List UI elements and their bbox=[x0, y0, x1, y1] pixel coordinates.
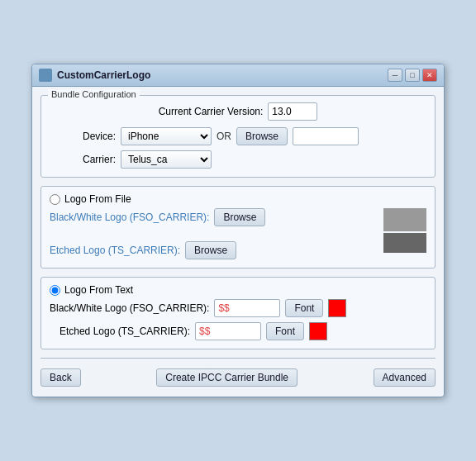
close-button[interactable]: ✕ bbox=[422, 69, 437, 82]
bw-logo-preview bbox=[383, 208, 426, 231]
title-bar-left: CustomCarrierLogo bbox=[39, 69, 150, 82]
logo-text-radio[interactable] bbox=[50, 285, 60, 296]
maximize-button[interactable]: □ bbox=[405, 69, 420, 82]
bw-logo-file-row: Black/White Logo (FSO_CARRIER): Browse bbox=[50, 208, 377, 226]
footer-divider bbox=[40, 358, 436, 359]
carrier-select[interactable]: Telus_ca Rogers Bell AT&T bbox=[121, 150, 212, 169]
bundle-section-label: Bundle Configuration bbox=[48, 89, 140, 99]
carrier-row: Carrier: Telus_ca Rogers Bell AT&T bbox=[50, 150, 426, 169]
carrier-label: Carrier: bbox=[50, 154, 116, 165]
window-body: Bundle Configuration Current Carrier Ver… bbox=[32, 87, 444, 397]
bw-logo-text-row: Black/White Logo (FSO_CARRIER): Font bbox=[50, 299, 426, 317]
logo-file-radio-label[interactable]: Logo From File bbox=[64, 193, 131, 205]
version-row: Current Carrier Version: bbox=[50, 102, 426, 121]
create-bundle-button[interactable]: Create IPCC Carrier Bundle bbox=[156, 368, 298, 387]
back-button[interactable]: Back bbox=[40, 368, 81, 387]
etched-logo-preview bbox=[383, 233, 426, 253]
bundle-browse-button[interactable]: Browse bbox=[236, 127, 288, 145]
bottom-bar: Back Create IPCC Carrier Bundle Advanced bbox=[40, 364, 436, 388]
bundle-path-input[interactable] bbox=[293, 127, 359, 145]
bw-logo-text-label: Black/White Logo (FSO_CARRIER): bbox=[50, 302, 209, 314]
bw-logo-file-label: Black/White Logo (FSO_CARRIER): bbox=[50, 211, 209, 223]
bundle-config-section: Bundle Configuration Current Carrier Ver… bbox=[40, 95, 436, 178]
title-controls: ─ □ ✕ bbox=[388, 69, 437, 82]
bw-logo-browse-button[interactable]: Browse bbox=[214, 208, 265, 226]
etched-logo-text-input[interactable] bbox=[195, 322, 261, 340]
device-row: Device: iPhone iPad iPod OR Browse bbox=[50, 127, 426, 145]
etched-logo-color-swatch[interactable] bbox=[309, 322, 327, 340]
etched-logo-text-label: Etched Logo (TS_CARRIER): bbox=[50, 326, 190, 337]
etched-logo-font-button[interactable]: Font bbox=[266, 322, 304, 340]
file-rows-col: Black/White Logo (FSO_CARRIER): Browse E… bbox=[50, 208, 377, 259]
window-title: CustomCarrierLogo bbox=[57, 69, 150, 81]
version-input[interactable] bbox=[268, 102, 317, 121]
etched-logo-browse-button[interactable]: Browse bbox=[185, 241, 236, 259]
logo-text-section: Logo From Text Black/White Logo (FSO_CAR… bbox=[40, 277, 436, 349]
app-icon bbox=[39, 69, 52, 82]
main-window: CustomCarrierLogo ─ □ ✕ Bundle Configura… bbox=[31, 64, 445, 397]
bw-logo-font-button[interactable]: Font bbox=[285, 299, 323, 317]
etched-logo-file-label: Etched Logo (TS_CARRIER): bbox=[50, 245, 180, 256]
logo-file-radio-row: Logo From File bbox=[50, 193, 426, 205]
logo-previews bbox=[383, 208, 426, 253]
advanced-button[interactable]: Advanced bbox=[374, 368, 436, 387]
file-rows-area: Black/White Logo (FSO_CARRIER): Browse E… bbox=[50, 208, 426, 259]
logo-text-radio-row: Logo From Text bbox=[50, 284, 426, 296]
or-text: OR bbox=[217, 131, 231, 142]
bw-logo-color-swatch[interactable] bbox=[328, 299, 346, 317]
logo-file-radio[interactable] bbox=[50, 194, 60, 205]
etched-logo-text-row: Etched Logo (TS_CARRIER): Font bbox=[50, 322, 426, 340]
etched-logo-file-row: Etched Logo (TS_CARRIER): Browse bbox=[50, 241, 377, 259]
device-select[interactable]: iPhone iPad iPod bbox=[121, 127, 212, 145]
title-bar: CustomCarrierLogo ─ □ ✕ bbox=[32, 64, 444, 87]
bw-logo-text-input[interactable] bbox=[214, 299, 280, 317]
device-label: Device: bbox=[50, 131, 116, 142]
minimize-button[interactable]: ─ bbox=[388, 69, 402, 82]
version-label: Current Carrier Version: bbox=[159, 106, 264, 117]
logo-file-section: Logo From File Black/White Logo (FSO_CAR… bbox=[40, 186, 436, 269]
logo-text-radio-label[interactable]: Logo From Text bbox=[64, 284, 133, 296]
